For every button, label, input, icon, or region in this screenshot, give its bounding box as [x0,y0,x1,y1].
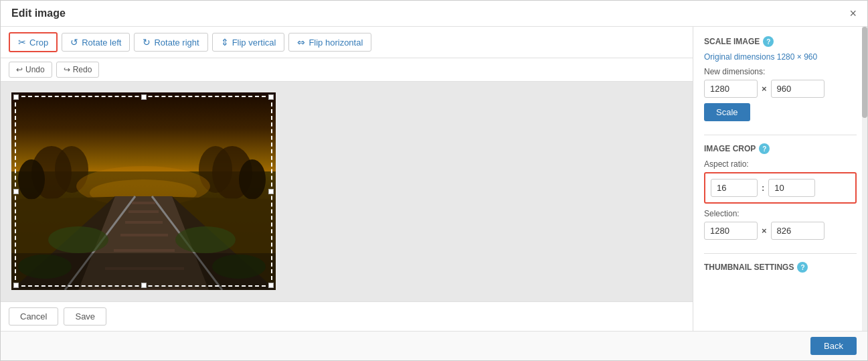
new-height-input[interactable] [771,80,824,98]
rotate-right-button[interactable]: ↻ Rotate right [134,33,207,52]
railway-image [11,92,276,290]
svg-point-22 [48,226,108,253]
aspect-ratio-box: : [704,172,857,204]
undo-button[interactable]: ↩ Undo [9,62,52,78]
image-crop-section: IMAGE CROP ? Aspect ratio: : Selection: [704,143,857,240]
back-button[interactable]: Back [810,337,857,355]
aspect-ratio-label: Aspect ratio: [704,159,857,169]
redo-label: Redo [73,65,92,74]
crop-button[interactable]: ✂ Crop [9,32,58,52]
undo-redo-bar: ↩ Undo ↪ Redo [1,58,693,82]
toolbar: ✂ Crop ↺ Rotate left ↻ Rotate right ⇕ Fl… [1,27,693,58]
thumbnail-section-title: THUMBNAIL SETTINGS [704,263,794,272]
selection-height-input[interactable] [771,222,824,240]
rotate-left-button[interactable]: ↺ Rotate left [62,33,130,52]
thumbnail-section-header: THUMBNAIL SETTINGS ? [704,262,857,273]
scale-help-icon[interactable]: ? [763,36,774,47]
aspect-colon: : [762,183,764,193]
bottom-actions: Cancel Save [1,301,693,331]
crop-help-icon[interactable]: ? [759,143,770,154]
cancel-button[interactable]: Cancel [9,307,58,326]
new-dimensions-inputs: × [704,80,857,98]
thumbnail-section: THUMBNAIL SETTINGS ? [704,262,857,273]
aspect-x-input[interactable] [711,179,758,197]
flip-vertical-button[interactable]: ⇕ Flip vertical [212,33,285,52]
thumbnail-help-icon[interactable]: ? [797,262,808,273]
right-sidebar: SCALE IMAGE ? Original dimensions 1280 ×… [693,27,867,331]
scale-image-section: SCALE IMAGE ? Original dimensions 1280 ×… [704,36,857,121]
scale-button[interactable]: Scale [704,103,750,121]
track-svg [11,92,276,290]
flip-vertical-icon: ⇕ [221,37,229,48]
sidebar-content: SCALE IMAGE ? Original dimensions 1280 ×… [693,27,867,331]
dim-separator: × [762,84,767,94]
crop-icon: ✂ [18,37,26,48]
edit-image-dialog: Edit image × ✂ Crop ↺ Rotate left ↻ Rota… [0,0,868,361]
undo-label: Undo [25,65,45,74]
selection-sep: × [762,226,767,236]
undo-icon: ↩ [16,65,23,74]
rotate-right-label: Rotate right [154,38,199,48]
redo-button[interactable]: ↪ Redo [56,62,100,78]
scale-section-header: SCALE IMAGE ? [704,36,857,47]
flip-horizontal-button[interactable]: ⇔ Flip horizontal [288,33,371,52]
original-sep: × [797,52,802,62]
dialog-header: Edit image × [1,1,867,27]
flip-vertical-label: Flip vertical [232,38,276,48]
rotate-left-label: Rotate left [82,38,121,48]
crop-section-header: IMAGE CROP ? [704,143,857,154]
dialog-footer: Back [1,331,867,360]
sidebar-scrollbar[interactable] [862,27,867,331]
crop-label: Crop [29,38,48,48]
close-button[interactable]: × [849,7,857,19]
new-dimensions-label: New dimensions: [704,67,857,76]
save-button[interactable]: Save [64,307,106,326]
image-container [11,92,276,290]
new-width-input[interactable] [704,80,758,98]
flip-horizontal-label: Flip horizontal [309,38,363,48]
canvas-area [1,82,693,301]
divider-2 [704,253,857,254]
aspect-inputs: : [711,179,850,197]
divider-1 [704,135,857,135]
original-height: 960 [804,52,817,62]
crop-section-title: IMAGE CROP [704,144,756,153]
sidebar-scrollbar-thumb[interactable] [862,27,867,118]
original-width: 1280 [777,52,795,62]
dialog-body: ✂ Crop ↺ Rotate left ↻ Rotate right ⇕ Fl… [1,27,867,331]
svg-point-2 [18,159,45,200]
original-dimensions: Original dimensions 1280 × 960 [704,52,857,62]
flip-horizontal-icon: ⇔ [297,37,305,48]
selection-label: Selection: [704,209,857,218]
redo-icon: ↪ [64,65,70,74]
svg-rect-26 [11,253,276,290]
selection-width-input[interactable] [704,222,758,240]
aspect-y-input[interactable] [768,179,815,197]
scale-section-title: SCALE IMAGE [704,37,760,46]
original-label: Original dimensions [704,52,774,62]
main-editing-area: ✂ Crop ↺ Rotate left ↻ Rotate right ⇕ Fl… [1,27,693,331]
svg-point-5 [239,159,266,200]
selection-inputs: × [704,222,857,240]
rotate-left-icon: ↺ [70,37,78,48]
rotate-right-icon: ↻ [143,37,151,48]
svg-point-23 [175,226,236,253]
dialog-title: Edit image [11,7,66,19]
